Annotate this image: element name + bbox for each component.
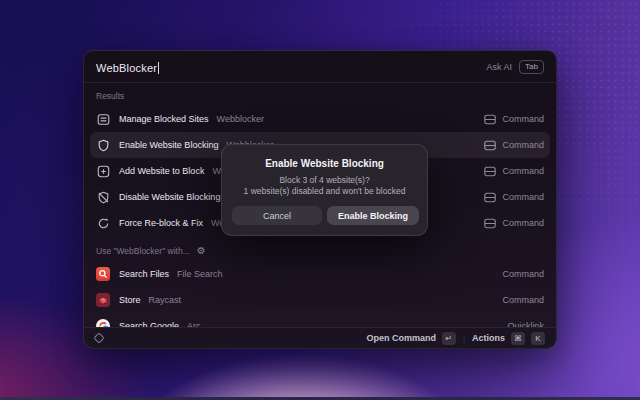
enable-blocking-button[interactable]: Enable Blocking <box>327 206 419 225</box>
result-title: Store <box>119 295 141 305</box>
result-row-search-files[interactable]: Search Files File Search Command <box>90 261 550 287</box>
result-title: Search Files <box>119 269 169 279</box>
cmd-key-badge: ⌘ <box>511 332 525 345</box>
list-icon <box>96 112 110 126</box>
result-title: Disable Website Blocking <box>119 192 220 202</box>
cancel-button[interactable]: Cancel <box>232 206 322 225</box>
refresh-icon <box>96 216 110 230</box>
dialog-message-line1: Block 3 of 4 website(s)? <box>222 175 427 186</box>
gear-icon[interactable]: ⚙ <box>197 246 206 256</box>
raycast-store-app-icon <box>96 293 110 307</box>
result-type-label: Command <box>502 192 544 202</box>
ask-ai-button[interactable]: Ask AI <box>487 62 513 72</box>
result-type-label: Command <box>502 295 544 305</box>
plus-square-icon <box>96 164 110 178</box>
result-title: Force Re-block & Fix <box>119 218 203 228</box>
result-row-manage-blocked-sites[interactable]: Manage Blocked Sites Webblocker Command <box>90 106 550 132</box>
result-type-label: Command <box>502 166 544 176</box>
use-with-section-header: Use "WebBlocker" with... ⚙ <box>90 236 550 261</box>
result-subtitle: File Search <box>177 269 223 279</box>
command-window-icon <box>484 140 496 151</box>
command-window-icon <box>484 218 496 229</box>
tab-key-badge: Tab <box>519 60 544 74</box>
search-input[interactable]: WebBlocker <box>96 58 159 76</box>
result-subtitle: Webblocker <box>217 114 264 124</box>
result-row-store[interactable]: Store Raycast Command <box>90 287 550 313</box>
result-title: Add Website to Block <box>119 166 204 176</box>
search-input-value: WebBlocker <box>96 62 157 74</box>
result-type-label: Command <box>502 218 544 228</box>
actions-button[interactable]: Actions <box>472 333 505 343</box>
raycast-window: WebBlocker Ask AI Tab Results Manage Blo… <box>83 50 557 349</box>
results-section-header: Results <box>90 83 550 106</box>
use-with-header-label: Use "WebBlocker" with... <box>96 246 190 256</box>
shield-icon <box>96 138 110 152</box>
result-type-label: Command <box>502 140 544 150</box>
confirmation-dialog: Enable Website Blocking Block 3 of 4 web… <box>221 144 428 236</box>
result-type-label: Command <box>502 114 544 124</box>
command-window-icon <box>484 114 496 125</box>
result-type-label: Command <box>502 269 544 279</box>
footer-action-bar: Open Command ↵ | Actions ⌘ K <box>84 327 556 348</box>
shield-slash-icon <box>96 190 110 204</box>
k-key-badge: K <box>531 332 545 345</box>
result-title: Manage Blocked Sites <box>119 114 209 124</box>
text-caret <box>158 62 159 74</box>
raycast-logo-icon <box>93 332 104 343</box>
command-window-icon <box>484 166 496 177</box>
results-header-label: Results <box>96 91 124 101</box>
file-search-app-icon <box>96 267 110 281</box>
result-subtitle: Raycast <box>149 295 182 305</box>
dialog-title: Enable Website Blocking <box>222 158 427 169</box>
footer-separator: | <box>463 334 465 343</box>
command-window-icon <box>484 192 496 203</box>
open-command-button[interactable]: Open Command <box>366 333 436 343</box>
enter-key-badge: ↵ <box>442 332 456 345</box>
search-bar: WebBlocker Ask AI Tab <box>84 51 556 83</box>
dialog-message-line2: 1 website(s) disabled and won't be block… <box>222 186 427 197</box>
result-title: Enable Website Blocking <box>119 140 218 150</box>
